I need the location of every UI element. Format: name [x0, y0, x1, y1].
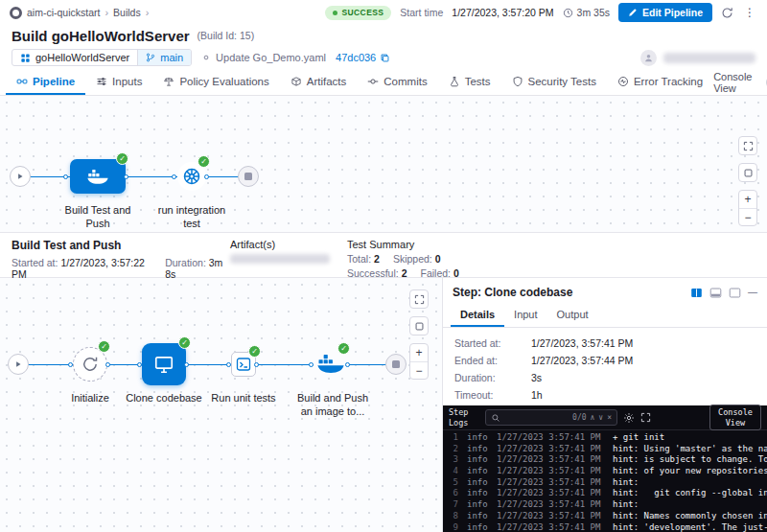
tab-label: Commits — [384, 76, 427, 87]
view-full-icon[interactable] — [729, 287, 741, 299]
fit-to-screen-icon[interactable] — [738, 163, 757, 182]
repo-chip[interactable]: goHelloWorldServer — [12, 50, 137, 65]
more-options-icon[interactable]: ⋮ — [742, 6, 757, 19]
tab-details[interactable]: Details — [451, 304, 504, 327]
field-started-at: Started at: 1/27/2023, 3:57:41 PM — [454, 337, 755, 349]
console-view-button[interactable]: Console View — [709, 405, 761, 429]
tab-tests[interactable]: Tests — [438, 69, 501, 95]
tab-pipeline[interactable]: Pipeline — [6, 69, 85, 95]
step-end-node[interactable] — [385, 354, 407, 375]
status-badge: SUCCESS — [325, 6, 391, 20]
console-view-label: Console View — [713, 71, 759, 94]
zoom-controls: + − — [738, 190, 757, 226]
search-prev-icon[interactable]: ∧ — [591, 413, 595, 422]
log-search-box[interactable]: 0/0 ∧ ∨ × — [485, 409, 617, 426]
tab-inputs[interactable]: Inputs — [85, 69, 152, 95]
log-search-input[interactable] — [504, 413, 569, 423]
log-level: info — [467, 477, 488, 489]
step-node-clone-codebase[interactable] — [142, 343, 186, 385]
tab-label: Inputs — [112, 76, 142, 87]
sliders-icon — [96, 76, 107, 87]
success-check-icon: ✓ — [337, 342, 350, 355]
tab-input[interactable]: Input — [504, 304, 546, 327]
docker-icon — [315, 351, 346, 376]
log-line: 8info1/27/2023 3:57:41 PMhint: Names com… — [443, 511, 767, 522]
log-level: info — [467, 488, 488, 499]
log-level: info — [467, 499, 488, 511]
zoom-out-button[interactable]: − — [739, 208, 756, 225]
field-ended-at: Ended at: 1/27/2023, 3:57:44 PM — [454, 355, 755, 366]
tab-label: Tests — [465, 76, 491, 87]
stage-start-node[interactable] — [10, 166, 31, 187]
log-line-number: 3 — [443, 454, 458, 466]
log-settings-gear-icon[interactable] — [623, 412, 635, 424]
commit-sha[interactable]: 47dc036 — [336, 52, 390, 63]
breadcrumb-project[interactable]: aim-ci-quickstart — [27, 7, 100, 18]
fullscreen-icon[interactable] — [738, 136, 757, 155]
copy-icon[interactable] — [380, 53, 390, 63]
log-line-number: 7 — [443, 499, 458, 511]
panel-view-controls: — — [690, 287, 757, 299]
git-commit-icon — [367, 76, 379, 87]
docker-icon — [85, 167, 110, 186]
field-label: Timeout: — [454, 389, 531, 401]
field-value: 1h — [531, 389, 543, 401]
success-check-icon: ✓ — [98, 340, 110, 353]
play-icon — [15, 172, 25, 181]
field-timeout: Timeout: 1h — [454, 389, 755, 401]
log-message: hint: — [613, 477, 767, 489]
view-bottom-icon[interactable] — [709, 287, 722, 299]
log-line: 5info1/27/2023 3:57:41 PMhint: — [443, 477, 767, 489]
log-line-number: 1 — [443, 432, 458, 444]
stage-node-build-test-and-push[interactable] — [70, 159, 126, 194]
zoom-in-button[interactable]: + — [739, 191, 756, 208]
step-start-node[interactable] — [8, 354, 29, 375]
commit-message: Update Go_Demo.yaml — [201, 52, 326, 63]
log-line-number: 6 — [443, 488, 458, 499]
tab-label: Pipeline — [33, 76, 75, 87]
log-line: 6info1/27/2023 3:57:41 PMhint: git confi… — [443, 488, 767, 499]
stage-end-node[interactable] — [238, 166, 259, 187]
branch-chip[interactable]: main — [137, 50, 191, 65]
tab-artifacts[interactable]: Artifacts — [280, 69, 358, 95]
package-icon — [291, 76, 302, 87]
tab-error-tracking[interactable]: Error Tracking — [607, 69, 713, 95]
edge-dot — [124, 174, 128, 179]
log-line-number: 2 — [443, 444, 458, 455]
log-message: hint: is subject to change. To configu — [613, 454, 767, 466]
log-line: 9info1/27/2023 3:57:41 PMhint: 'developm… — [443, 522, 767, 532]
tab-policy-evaluations[interactable]: Policy Evaluations — [152, 69, 279, 95]
view-split-icon[interactable] — [690, 287, 703, 299]
elapsed-value: 3m 35s — [577, 7, 610, 18]
breadcrumb-builds[interactable]: Builds — [113, 7, 141, 18]
refresh-icon[interactable] — [721, 7, 733, 19]
tab-output[interactable]: Output — [547, 304, 598, 327]
build-title-row: Build goHelloWorldServer (Build Id: 15) — [0, 25, 767, 46]
fit-to-screen-icon[interactable] — [409, 316, 429, 335]
edit-pipeline-button[interactable]: Edit Pipeline — [618, 3, 712, 22]
zoom-in-button[interactable]: + — [410, 344, 428, 361]
collapse-panel-icon[interactable]: — — [748, 288, 757, 297]
log-list[interactable]: 1info1/27/2023 3:57:41 PM+ git init 2inf… — [443, 430, 767, 532]
step-node-label: Initialize — [56, 391, 125, 405]
search-next-icon[interactable]: ∨ — [598, 413, 603, 422]
stage-edge — [20, 176, 248, 177]
tab-label: Error Tracking — [634, 76, 703, 87]
wheel-icon — [182, 167, 201, 186]
log-line: 7info1/27/2023 3:57:41 PMhint: — [443, 499, 767, 511]
step-canvas-controls: + − — [409, 289, 429, 380]
tab-commits[interactable]: Commits — [357, 69, 437, 95]
zoom-out-button[interactable]: − — [410, 361, 428, 379]
tab-security-tests[interactable]: Security Tests — [501, 69, 607, 95]
fullscreen-icon[interactable] — [409, 289, 429, 309]
log-fullscreen-icon[interactable] — [640, 412, 651, 423]
branch-name: main — [160, 52, 183, 63]
log-timestamp: 1/27/2023 3:57:41 PM — [497, 432, 604, 444]
search-close-icon[interactable]: × — [607, 413, 612, 422]
tab-label: Policy Evaluations — [179, 76, 268, 87]
log-timestamp: 1/27/2023 3:57:41 PM — [497, 454, 604, 466]
log-level: info — [467, 522, 488, 532]
commit-icon — [201, 53, 211, 62]
grid-icon — [20, 53, 31, 63]
log-message: hint: of your new repositories, which w — [613, 466, 767, 477]
